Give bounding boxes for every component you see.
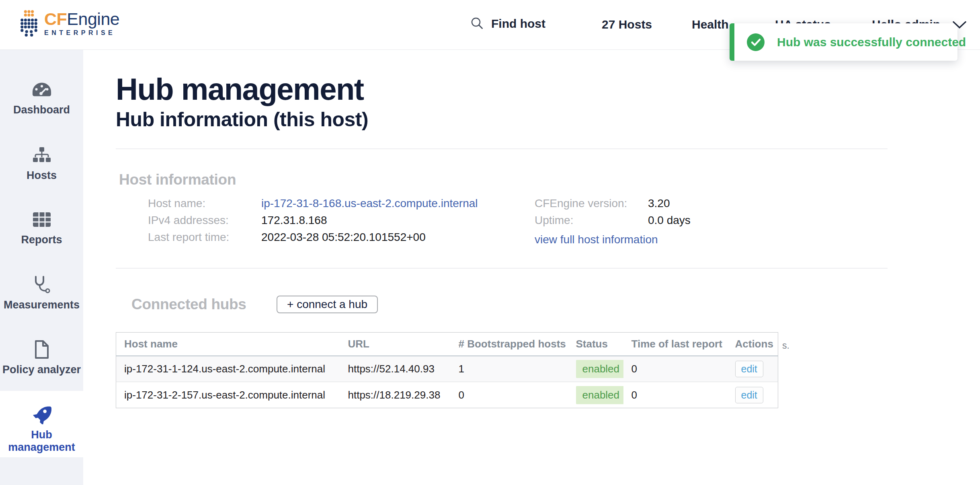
table-row: ip-172-31-2-157.us-east-2.compute.intern…	[116, 382, 778, 408]
connected-hubs-section-title: Connected hubs	[131, 296, 246, 312]
uptime-value: 0.0 days	[648, 212, 691, 229]
column-header-host-name: Host name	[116, 333, 340, 356]
toast-message: Hub was successfully connected	[777, 35, 966, 49]
nav-hosts-count[interactable]: 27 Hosts	[602, 18, 652, 31]
sidebar-item-policy-analyzer[interactable]: Policy analyzer	[0, 340, 83, 376]
cell-url: https://52.14.40.93	[340, 356, 451, 382]
brand-cf: CF	[44, 9, 67, 29]
ipv4-value: 172.31.8.168	[261, 212, 478, 229]
toast-notification: Hub was successfully connected	[730, 23, 957, 61]
sidebar-label-hub-management: Hub management	[0, 429, 83, 454]
success-check-icon	[746, 33, 765, 51]
last-report-time-value: 2022-03-28 05:52:20.101552+00	[261, 229, 478, 246]
sidebar-item-dashboard[interactable]: Dashboard	[0, 80, 83, 116]
gauge-icon	[32, 80, 52, 99]
host-information-section-title: Host information	[119, 171, 236, 188]
connected-hubs-table: Host name URL # Bootstrapped hosts Statu…	[116, 332, 778, 408]
brand-engine: Engine	[67, 9, 119, 29]
column-header-time-of-last-report: Time of last report	[623, 333, 727, 356]
cfengine-robot-icon	[20, 10, 38, 37]
sitemap-icon	[32, 146, 51, 164]
sidebar-label-policy-analyzer: Policy analyzer	[1, 364, 82, 376]
last-report-time-label: Last report time:	[148, 229, 261, 246]
sidebar-item-hub-management[interactable]: Hub management	[0, 405, 83, 454]
cell-bootstrapped: 1	[451, 356, 568, 382]
file-icon	[34, 340, 49, 359]
rocket-icon	[32, 405, 51, 424]
column-header-bootstrapped-hosts: # Bootstrapped hosts	[451, 333, 568, 356]
edit-button[interactable]: edit	[735, 387, 763, 403]
view-full-host-information-link[interactable]: view full host information	[535, 231, 658, 248]
cfengine-logo[interactable]: CFEngine ENTERPRISE	[20, 10, 119, 37]
edit-button[interactable]: edit	[735, 361, 763, 377]
nav-health[interactable]: Health	[692, 18, 729, 31]
brand-text: CFEngine ENTERPRISE	[44, 10, 119, 37]
find-host-label: Find host	[491, 17, 545, 31]
table-icon	[33, 210, 51, 229]
column-header-actions: Actions	[727, 333, 778, 356]
host-info-right-column: CFEngine version: 3.20 Uptime: 0.0 days	[535, 195, 691, 229]
sidebar-item-measurements[interactable]: Measurements	[0, 275, 83, 311]
page-title: Hub management	[116, 73, 364, 105]
host-info-left-column: Host name: ip-172-31-8-168.us-east-2.com…	[148, 195, 478, 246]
divider	[116, 268, 888, 269]
ipv4-label: IPv4 addresses:	[148, 212, 261, 229]
table-header-row: Host name URL # Bootstrapped hosts Statu…	[116, 333, 778, 356]
cell-last-report: 0	[623, 382, 727, 408]
search-icon	[469, 16, 485, 31]
sidebar-label-dashboard: Dashboard	[12, 104, 72, 116]
table-row: ip-172-31-1-124.us-east-2.compute.intern…	[116, 356, 778, 382]
cfengine-version-label: CFEngine version:	[535, 195, 648, 212]
connect-a-hub-button[interactable]: + connect a hub	[277, 296, 378, 313]
uptime-label: Uptime:	[535, 212, 648, 229]
find-host-button[interactable]: Find host	[469, 16, 545, 31]
brand-enterprise: ENTERPRISE	[44, 29, 119, 37]
stethoscope-icon	[33, 275, 51, 294]
cfengine-version-value: 3.20	[648, 195, 691, 212]
column-header-status: Status	[568, 333, 623, 356]
cell-last-report: 0	[623, 356, 727, 382]
column-header-url: URL	[340, 333, 451, 356]
sidebar-label-measurements: Measurements	[2, 299, 81, 311]
status-badge: enabled	[576, 386, 623, 404]
divider	[116, 148, 888, 149]
cell-host-name: ip-172-31-1-124.us-east-2.compute.intern…	[116, 356, 340, 382]
brand-name: CFEngine	[44, 10, 119, 28]
sidebar-label-hosts: Hosts	[25, 169, 58, 182]
host-name-label: Host name:	[148, 195, 261, 212]
host-name-link[interactable]: ip-172-31-8-168.us-east-2.compute.intern…	[261, 197, 478, 210]
cell-host-name: ip-172-31-2-157.us-east-2.compute.intern…	[116, 382, 340, 408]
cell-bootstrapped: 0	[451, 382, 568, 408]
sidebar-item-hosts[interactable]: Hosts	[0, 146, 83, 182]
sidebar: Dashboard Hosts Reports	[0, 50, 83, 485]
status-badge: enabled	[576, 360, 623, 378]
sidebar-label-reports: Reports	[19, 234, 64, 246]
stray-text-artifact: s.	[782, 340, 789, 351]
sidebar-item-reports[interactable]: Reports	[0, 210, 83, 246]
cell-url: https://18.219.29.38	[340, 382, 451, 408]
user-menu-chevron-icon[interactable]	[952, 20, 967, 31]
page-subtitle: Hub information (this host)	[116, 108, 368, 131]
